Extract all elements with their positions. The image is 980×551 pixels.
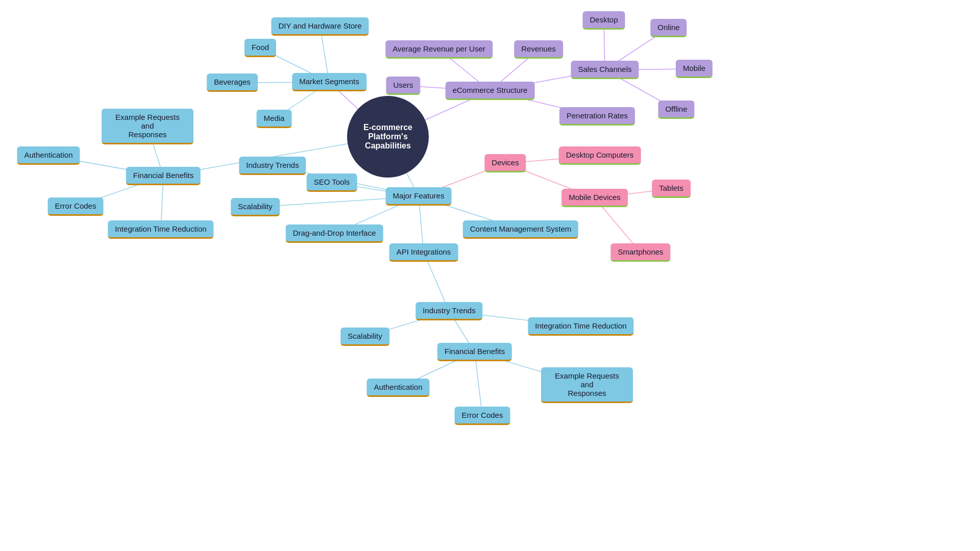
node-beverages[interactable]: Beverages	[207, 73, 258, 92]
node-error-codes-top[interactable]: Error Codes	[48, 197, 104, 216]
node-example-requests[interactable]: Example Requests and Responses	[102, 109, 193, 144]
node-desktop-computers[interactable]: Desktop Computers	[559, 146, 641, 165]
node-cms[interactable]: Content Management System	[463, 220, 578, 239]
node-major-features[interactable]: Major Features	[386, 187, 452, 206]
node-food[interactable]: Food	[244, 39, 276, 57]
node-scalability-top[interactable]: Scalability	[231, 198, 280, 216]
node-financial-benefits-bot[interactable]: Financial Benefits	[437, 343, 512, 361]
node-avg-revenue[interactable]: Average Revenue per User	[385, 40, 493, 59]
node-offline[interactable]: Offline	[658, 101, 694, 119]
node-example-requests-bot[interactable]: Example Requests and Responses	[541, 367, 633, 403]
node-revenues[interactable]: Revenues	[514, 40, 563, 59]
node-mobile-devices[interactable]: Mobile Devices	[561, 189, 628, 207]
node-media[interactable]: Media	[257, 110, 292, 128]
node-scalability-bot[interactable]: Scalability	[340, 328, 389, 346]
mindmap-canvas: E-commerce Platform's CapabilitieseComme…	[0, 0, 980, 551]
node-industry-trends-top[interactable]: Industry Trends	[239, 157, 306, 175]
node-error-codes-bot[interactable]: Error Codes	[455, 407, 510, 425]
node-market-segments[interactable]: Market Segments	[292, 73, 366, 91]
node-diy[interactable]: DIY and Hardware Store	[271, 17, 369, 36]
node-drag-drop[interactable]: Drag-and-Drop Interface	[286, 224, 383, 243]
node-devices[interactable]: Devices	[484, 154, 526, 172]
node-online[interactable]: Online	[650, 19, 687, 37]
node-users[interactable]: Users	[386, 77, 420, 95]
node-authentication-top[interactable]: Authentication	[17, 146, 80, 165]
node-integration-time-top[interactable]: Integration Time Reduction	[108, 220, 213, 239]
node-penetration-rates[interactable]: Penetration Rates	[559, 107, 635, 126]
node-financial-benefits-top[interactable]: Financial Benefits	[126, 167, 201, 185]
node-integration-time-bot[interactable]: Integration Time Reduction	[528, 317, 633, 336]
node-smartphones[interactable]: Smartphones	[610, 243, 670, 262]
node-tablets[interactable]: Tablets	[652, 180, 691, 198]
node-authentication-bot[interactable]: Authentication	[366, 379, 429, 397]
node-seo-tools[interactable]: SEO Tools	[307, 173, 357, 192]
center-node[interactable]: E-commerce Platform's Capabilities	[347, 96, 429, 178]
node-industry-trends-bot[interactable]: Industry Trends	[415, 302, 482, 320]
node-api-integrations[interactable]: API Integrations	[389, 243, 458, 262]
node-mobile[interactable]: Mobile	[676, 60, 713, 78]
node-desktop[interactable]: Desktop	[582, 11, 625, 30]
node-ecommerce-structure[interactable]: eCommerce Structure	[446, 82, 535, 100]
node-sales-channels[interactable]: Sales Channels	[571, 61, 639, 79]
